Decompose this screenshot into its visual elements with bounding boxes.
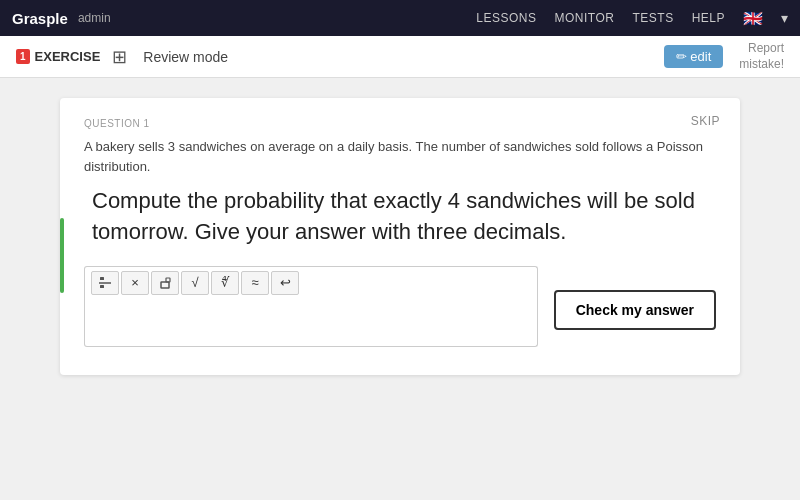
svg-rect-3 — [161, 282, 169, 288]
math-toolbar: × √ ∜ ≈ ↩ — [84, 266, 538, 299]
navbar: Grasple admin LESSONS MONITOR TESTS HELP… — [0, 0, 800, 36]
nav-lessons[interactable]: LESSONS — [476, 11, 536, 25]
skip-button[interactable]: SKIP — [691, 114, 720, 128]
exercise-badge: 1 EXERCISE — [16, 49, 100, 64]
math-btn-fraction[interactable] — [91, 271, 119, 295]
navbar-left: Grasple admin — [12, 10, 111, 27]
answer-row: × √ ∜ ≈ ↩ Check my answer — [84, 266, 716, 347]
math-btn-power[interactable] — [151, 271, 179, 295]
svg-rect-0 — [100, 277, 104, 280]
exercise-icon: 1 — [16, 49, 30, 64]
math-btn-sqrt[interactable]: √ — [181, 271, 209, 295]
math-btn-approx[interactable]: ≈ — [241, 271, 269, 295]
nav-monitor[interactable]: MONITOR — [555, 11, 615, 25]
math-btn-arrow[interactable]: ↩ — [271, 271, 299, 295]
question-main-text: Compute the probability that exactly 4 s… — [84, 186, 716, 248]
subtoolbar-right: ✏ edit Reportmistake! — [664, 41, 784, 72]
subtoolbar: 1 EXERCISE ⊞ Review mode ✏ edit Reportmi… — [0, 36, 800, 78]
language-flag[interactable]: 🇬🇧 — [743, 9, 763, 28]
admin-label: admin — [78, 11, 111, 25]
report-mistake-link[interactable]: Reportmistake! — [739, 41, 784, 72]
question-card: QUESTION 1 SKIP A bakery sells 3 sandwic… — [60, 98, 740, 375]
input-area: × √ ∜ ≈ ↩ — [84, 266, 538, 347]
math-btn-nthroot[interactable]: ∜ — [211, 271, 239, 295]
user-avatar-icon[interactable]: ▾ — [781, 10, 788, 26]
question-label: QUESTION 1 — [84, 118, 716, 129]
grid-icon[interactable]: ⊞ — [112, 46, 127, 68]
navbar-right: LESSONS MONITOR TESTS HELP 🇬🇧 ▾ — [476, 9, 788, 28]
nav-tests[interactable]: TESTS — [632, 11, 673, 25]
edit-button[interactable]: ✏ edit — [664, 45, 724, 68]
review-mode-label: Review mode — [143, 49, 228, 65]
brand-logo: Grasple — [12, 10, 68, 27]
answer-input[interactable] — [84, 299, 538, 347]
main-content: QUESTION 1 SKIP A bakery sells 3 sandwic… — [0, 78, 800, 500]
question-divider — [60, 218, 64, 293]
exercise-label: EXERCISE — [35, 49, 101, 64]
math-btn-multiply[interactable]: × — [121, 271, 149, 295]
nav-help[interactable]: HELP — [692, 11, 725, 25]
question-context: A bakery sells 3 sandwiches on average o… — [84, 137, 716, 176]
check-answer-button[interactable]: Check my answer — [554, 290, 716, 330]
svg-rect-2 — [100, 285, 104, 288]
